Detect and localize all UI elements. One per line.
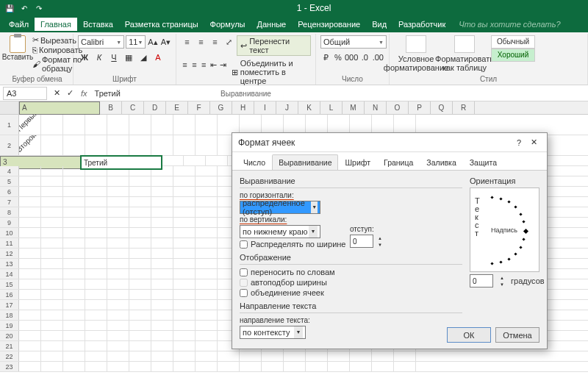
- cell[interactable]: [151, 197, 173, 207]
- spin-down-icon[interactable]: ▼: [495, 281, 509, 288]
- cell[interactable]: [151, 238, 173, 248]
- cell[interactable]: [129, 279, 151, 289]
- cell[interactable]: [107, 207, 129, 217]
- merge-button[interactable]: ⊞Объединить и поместить в центре: [229, 58, 311, 86]
- row-header[interactable]: 2: [0, 135, 19, 155]
- align-center-button[interactable]: ≡: [190, 58, 198, 71]
- row-header[interactable]: 4: [0, 166, 19, 176]
- cell[interactable]: [19, 176, 41, 186]
- underline-button[interactable]: Ч: [107, 51, 121, 64]
- cell[interactable]: [85, 341, 107, 351]
- cell[interactable]: [41, 135, 63, 155]
- cell[interactable]: [107, 331, 129, 340]
- cell[interactable]: [85, 279, 107, 289]
- cell[interactable]: [19, 341, 41, 351]
- cell[interactable]: [240, 362, 262, 371]
- cell[interactable]: [85, 269, 107, 279]
- cell[interactable]: [85, 331, 107, 340]
- cell[interactable]: [41, 300, 63, 310]
- row-header[interactable]: 10: [0, 228, 19, 238]
- col-header[interactable]: I: [254, 101, 276, 114]
- cell[interactable]: [107, 279, 129, 289]
- cell[interactable]: [151, 269, 173, 279]
- horizontal-select[interactable]: распределенное (отступ)▼: [240, 201, 320, 214]
- bold-button[interactable]: Ж: [78, 51, 91, 64]
- cell[interactable]: [107, 269, 129, 279]
- cell[interactable]: [41, 259, 63, 268]
- col-header[interactable]: F: [188, 101, 210, 114]
- percent-button[interactable]: %: [333, 51, 344, 64]
- cell[interactable]: [350, 362, 372, 371]
- row-header[interactable]: 14: [0, 269, 19, 279]
- cell[interactable]: [151, 362, 173, 371]
- menu-file[interactable]: Файл: [3, 18, 35, 31]
- cell[interactable]: [350, 115, 372, 135]
- cell[interactable]: [129, 290, 151, 299]
- cell[interactable]: [173, 228, 196, 238]
- row-header[interactable]: 1: [0, 115, 19, 135]
- cell[interactable]: [151, 176, 173, 186]
- cell[interactable]: [262, 362, 284, 371]
- spin-down-icon[interactable]: ▼: [373, 241, 387, 248]
- wrap-checkbox[interactable]: переносить по словам: [240, 268, 462, 276]
- row-header[interactable]: 23: [0, 362, 19, 371]
- row-header[interactable]: 20: [0, 331, 19, 340]
- cell[interactable]: [196, 321, 218, 330]
- cell[interactable]: [196, 331, 218, 340]
- format-as-table-button[interactable]: Форматировать как таблицу: [442, 35, 487, 72]
- cell[interactable]: [162, 156, 184, 165]
- cell[interactable]: [394, 351, 416, 361]
- cell[interactable]: [41, 187, 63, 196]
- col-header[interactable]: E: [166, 101, 188, 114]
- cell[interactable]: [196, 238, 218, 248]
- cell[interactable]: [196, 166, 218, 176]
- cell[interactable]: [19, 300, 41, 310]
- shrink-font-button[interactable]: A▾: [160, 35, 171, 49]
- cell[interactable]: [151, 228, 173, 238]
- cell[interactable]: [63, 259, 85, 268]
- cell[interactable]: [41, 321, 63, 330]
- align-mid-button[interactable]: ≡: [195, 35, 207, 49]
- cell[interactable]: [19, 238, 41, 248]
- align-bot-button[interactable]: ≡: [209, 35, 221, 49]
- cell[interactable]: [19, 269, 41, 279]
- tab-fill[interactable]: Заливка: [420, 154, 462, 170]
- row-header[interactable]: 7: [0, 197, 19, 207]
- cell[interactable]: [41, 269, 63, 279]
- cell[interactable]: [262, 115, 284, 135]
- cell[interactable]: [63, 331, 85, 340]
- name-box[interactable]: A3: [3, 87, 47, 100]
- cell[interactable]: [151, 207, 173, 217]
- menu-home[interactable]: Главная: [35, 18, 77, 31]
- cancel-button[interactable]: Отмена: [495, 327, 539, 343]
- cell[interactable]: Третий: [81, 156, 162, 169]
- cell[interactable]: [284, 362, 306, 371]
- cell[interactable]: Первый: [19, 115, 41, 135]
- cell[interactable]: [41, 279, 63, 289]
- cell[interactable]: [196, 290, 218, 299]
- border-button[interactable]: ▦: [122, 51, 135, 64]
- cell[interactable]: [85, 197, 107, 207]
- cell[interactable]: [19, 197, 41, 207]
- font-size-combo[interactable]: 11▼: [126, 35, 146, 49]
- cell[interactable]: [173, 290, 196, 299]
- cell[interactable]: [63, 207, 85, 217]
- textdir-select[interactable]: по контексту▼: [240, 326, 306, 339]
- cell[interactable]: [306, 115, 328, 135]
- cell[interactable]: [85, 362, 107, 371]
- row-header[interactable]: 18: [0, 310, 19, 320]
- cell[interactable]: [196, 218, 218, 227]
- currency-button[interactable]: ₽: [320, 51, 331, 64]
- cell[interactable]: [41, 166, 63, 176]
- cell[interactable]: [328, 362, 350, 371]
- cell[interactable]: [129, 228, 151, 238]
- row-header[interactable]: 13: [0, 259, 19, 268]
- cell[interactable]: [107, 351, 129, 361]
- font-color-button[interactable]: A: [151, 51, 165, 64]
- cell[interactable]: [63, 362, 85, 371]
- col-header[interactable]: J: [276, 101, 298, 114]
- col-header[interactable]: R: [453, 101, 475, 114]
- cell[interactable]: [85, 115, 107, 135]
- cell[interactable]: [19, 321, 41, 330]
- cell[interactable]: [41, 362, 63, 371]
